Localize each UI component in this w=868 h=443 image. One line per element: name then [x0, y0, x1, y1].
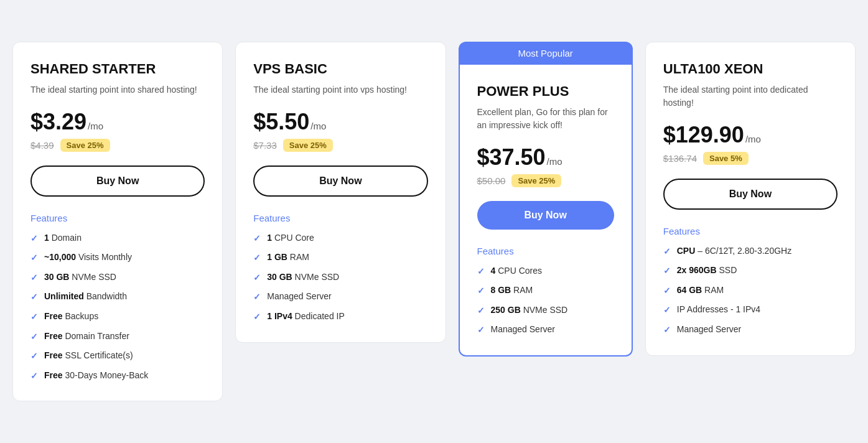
feature-text: 30 GB NVMe SSD	[267, 271, 339, 284]
list-item: ✓Unlimited Bandwidth	[30, 291, 205, 304]
list-item: ✓30 GB NVMe SSD	[253, 271, 427, 284]
plan-card-vps-basic: VPS BASICThe ideal starting point into v…	[235, 42, 446, 343]
feature-text: Unlimited Bandwidth	[44, 291, 127, 303]
feature-text: 1 Domain	[44, 232, 82, 245]
check-icon: ✓	[30, 311, 38, 324]
price-original-row: $50.00Save 25%	[477, 174, 614, 187]
check-icon: ✓	[30, 291, 38, 304]
check-icon: ✓	[663, 304, 671, 317]
feature-list: ✓1 Domain✓~10,000 Visits Monthly✓30 GB N…	[30, 232, 205, 383]
feature-text: 4 CPU Cores	[491, 265, 542, 277]
check-icon: ✓	[253, 291, 261, 304]
save-badge: Save 25%	[511, 174, 561, 187]
price-main: $37.50	[477, 144, 546, 170]
list-item: ✓8 GB RAM	[477, 284, 614, 297]
price-original: $50.00	[477, 175, 506, 186]
check-icon: ✓	[253, 272, 261, 284]
price-period: /mo	[547, 156, 562, 167]
price-period: /mo	[745, 134, 761, 144]
features-label: Features	[30, 213, 205, 223]
features-label: Features	[663, 226, 838, 236]
feature-text: 2x 960GB SSD	[677, 264, 737, 277]
popular-badge: Most Popular	[459, 42, 633, 65]
save-badge: Save 5%	[703, 152, 749, 165]
list-item: ✓1 CPU Core	[253, 232, 427, 245]
price-row: $3.29/mo	[30, 109, 205, 135]
price-row: $129.90/mo	[663, 122, 838, 148]
list-item: ✓Free SSL Certificate(s)	[30, 350, 205, 363]
feature-text: Free Domain Transfer	[44, 330, 129, 343]
list-item: ✓30 GB NVMe SSD	[30, 271, 205, 284]
price-original-row: $4.39Save 25%	[30, 139, 205, 152]
feature-text: Managed Server	[677, 324, 742, 336]
feature-list: ✓1 CPU Core✓1 GB RAM✓30 GB NVMe SSD✓Mana…	[253, 232, 427, 324]
feature-text: 1 GB RAM	[267, 251, 309, 264]
buy-now-button[interactable]: Buy Now	[253, 166, 427, 197]
feature-list: ✓4 CPU Cores✓8 GB RAM✓250 GB NVMe SSD✓Ma…	[477, 265, 614, 337]
price-original: $7.33	[253, 140, 277, 151]
list-item: ✓4 CPU Cores	[477, 265, 614, 278]
check-icon: ✓	[30, 350, 38, 363]
price-main: $5.50	[253, 109, 309, 135]
feature-text: ~10,000 Visits Monthly	[44, 251, 132, 264]
check-icon: ✓	[477, 285, 485, 297]
feature-text: Free Backups	[44, 310, 98, 323]
price-original: $136.74	[663, 153, 697, 164]
list-item: ✓CPU – 6C/12T, 2.80-3.20GHz	[663, 245, 838, 258]
check-icon: ✓	[253, 311, 261, 324]
price-period: /mo	[88, 121, 103, 131]
check-icon: ✓	[663, 246, 671, 258]
plan-name: POWER PLUS	[477, 83, 614, 100]
check-icon: ✓	[477, 324, 485, 337]
buy-now-button[interactable]: Buy Now	[477, 201, 614, 230]
features-label: Features	[477, 246, 614, 256]
plan-description: The ideal starting point into vps hostin…	[253, 83, 427, 96]
buy-now-button[interactable]: Buy Now	[663, 179, 838, 210]
pricing-container: SHARED STARTERThe ideal starting point i…	[12, 42, 856, 402]
list-item: ✓1 Domain	[30, 232, 205, 245]
feature-text: IP Addresses - 1 IPv4	[677, 304, 760, 316]
features-label: Features	[253, 213, 427, 223]
check-icon: ✓	[30, 233, 38, 245]
list-item: ✓Free Backups	[30, 310, 205, 324]
save-badge: Save 25%	[283, 139, 333, 152]
plan-card-shared-starter: SHARED STARTERThe ideal starting point i…	[12, 42, 223, 402]
feature-text: CPU – 6C/12T, 2.80-3.20GHz	[677, 245, 791, 258]
list-item: ✓~10,000 Visits Monthly	[30, 251, 205, 264]
list-item: ✓IP Addresses - 1 IPv4	[663, 304, 838, 317]
check-icon: ✓	[477, 305, 485, 317]
list-item: ✓Free 30-Days Money-Back	[30, 370, 205, 383]
list-item: ✓1 GB RAM	[253, 251, 427, 264]
check-icon: ✓	[30, 252, 38, 264]
plan-name: ULTA100 XEON	[663, 61, 838, 77]
check-icon: ✓	[663, 265, 671, 277]
list-item: ✓Managed Server	[477, 324, 614, 337]
feature-text: 1 CPU Core	[267, 232, 314, 245]
price-original-row: $7.33Save 25%	[253, 139, 427, 152]
price-original: $4.39	[30, 140, 54, 151]
price-row: $5.50/mo	[253, 109, 427, 135]
feature-text: Managed Server	[267, 291, 332, 303]
list-item: ✓Managed Server	[663, 324, 838, 337]
price-main: $3.29	[30, 109, 86, 135]
check-icon: ✓	[30, 370, 38, 383]
list-item: ✓Managed Server	[253, 291, 427, 304]
plan-description: Excellent plan, Go for this plan for an …	[477, 106, 614, 132]
list-item: ✓64 GB RAM	[663, 284, 838, 297]
check-icon: ✓	[253, 252, 261, 264]
feature-text: Managed Server	[491, 324, 556, 336]
feature-text: 64 GB RAM	[677, 284, 724, 297]
buy-now-button[interactable]: Buy Now	[30, 166, 205, 197]
plan-card-ulta100-xeon: ULTA100 XEONThe ideal starting point int…	[645, 42, 856, 356]
price-main: $129.90	[663, 122, 744, 148]
feature-text: 30 GB NVMe SSD	[44, 271, 116, 284]
plan-card-power-plus: POWER PLUSExcellent plan, Go for this pl…	[459, 65, 633, 357]
feature-text: 8 GB RAM	[491, 284, 533, 297]
feature-text: Free SSL Certificate(s)	[44, 350, 133, 362]
check-icon: ✓	[30, 272, 38, 284]
save-badge: Save 25%	[60, 139, 110, 152]
list-item: ✓1 IPv4 Dedicated IP	[253, 310, 427, 324]
feature-text: 250 GB NVMe SSD	[491, 304, 568, 317]
feature-list: ✓CPU – 6C/12T, 2.80-3.20GHz✓2x 960GB SSD…	[663, 245, 838, 337]
feature-text: 1 IPv4 Dedicated IP	[267, 310, 345, 323]
